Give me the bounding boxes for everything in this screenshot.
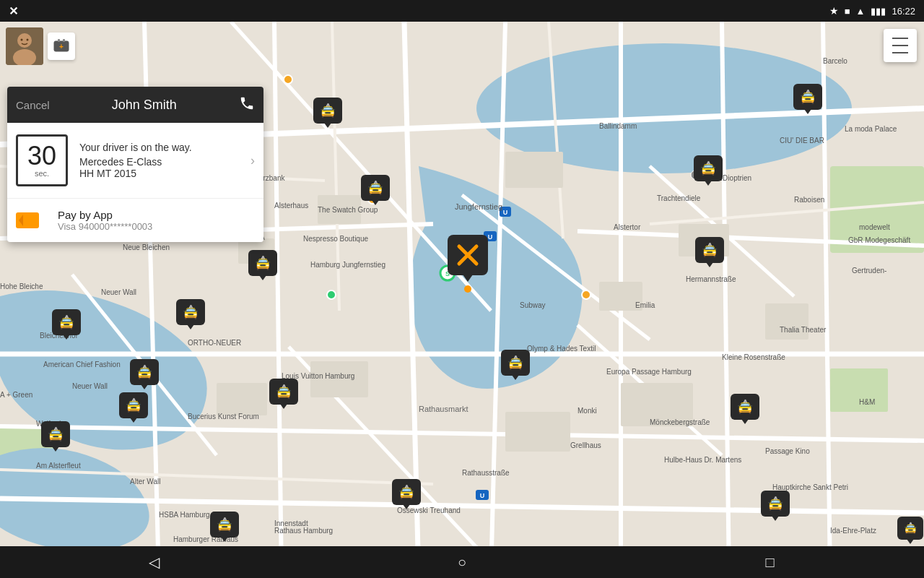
svg-text:Jungfernstieg: Jungfernstieg xyxy=(455,202,502,211)
svg-point-47 xyxy=(582,290,590,299)
taxi-marker[interactable]: 🚖 xyxy=(210,512,239,538)
svg-text:Subway: Subway xyxy=(520,301,546,309)
home-button[interactable]: ○ xyxy=(446,546,478,578)
taxi-marker[interactable]: 🚖 xyxy=(392,479,421,505)
svg-text:A + Green: A + Green xyxy=(0,391,32,399)
svg-text:Ballindamm: Ballindamm xyxy=(599,122,637,130)
svg-point-44 xyxy=(284,75,292,84)
svg-text:Olymp & Hades Textil: Olymp & Hades Textil xyxy=(527,345,596,353)
svg-text:Hulbe-Haus Dr. Martens: Hulbe-Haus Dr. Martens xyxy=(664,456,741,464)
svg-text:Monki: Monki xyxy=(578,407,597,415)
svg-text:Alter Wall: Alter Wall xyxy=(130,478,160,486)
taxi-marker[interactable]: 🚖 xyxy=(695,237,724,263)
taxi-marker[interactable]: 🚖 xyxy=(897,517,923,540)
svg-text:Neuer Wall: Neuer Wall xyxy=(101,288,136,296)
svg-text:Hohe Bleiche: Hohe Bleiche xyxy=(0,282,43,290)
profile-picture[interactable] xyxy=(6,27,43,65)
svg-text:Alstertor: Alstertor xyxy=(614,223,641,231)
svg-text:Passage Kino: Passage Kino xyxy=(765,447,810,455)
car-model: Mercedes E-Class xyxy=(79,156,245,168)
bluetooth-icon: ★ xyxy=(829,5,839,17)
svg-text:modewelt: modewelt xyxy=(859,223,890,231)
driver-name: John Smith xyxy=(50,98,239,113)
back-button[interactable]: ◁ xyxy=(138,546,170,578)
driver-info-section: 30 sec. Your driver is on the way. Merce… xyxy=(7,123,263,199)
svg-text:Ida-Ehre-Platz: Ida-Ehre-Platz xyxy=(830,527,876,535)
svg-text:Hermannstraße: Hermannstraße xyxy=(686,275,736,283)
svg-text:Am Alsterfleut: Am Alsterfleut xyxy=(36,462,81,470)
svg-text:Kleine Rosenstraße: Kleine Rosenstraße xyxy=(722,353,785,361)
svg-text:Emilia: Emilia xyxy=(635,301,655,309)
taxi-marker[interactable]: 🚖 xyxy=(176,299,205,325)
svg-text:Raboisen: Raboisen xyxy=(794,196,824,204)
taxi-marker[interactable]: 🚖 xyxy=(361,175,390,201)
svg-rect-40 xyxy=(217,383,267,415)
svg-text:Neue Bleichen: Neue Bleichen xyxy=(123,243,170,251)
svg-text:Rathausmarkt: Rathausmarkt xyxy=(419,405,468,413)
svg-text:La moda Palace: La moda Palace xyxy=(845,125,897,133)
svg-text:American Chief Fashion: American Chief Fashion xyxy=(43,361,121,368)
svg-text:Thalia Theater: Thalia Theater xyxy=(780,326,827,334)
svg-rect-116 xyxy=(63,39,65,42)
svg-point-113 xyxy=(27,39,29,41)
svg-text:Grellhaus: Grellhaus xyxy=(570,441,601,449)
taxi-marker[interactable]: 🚖 xyxy=(119,392,148,418)
taxi-marker[interactable]: 🚖 xyxy=(41,421,70,447)
payment-section[interactable]: Pay by App Visa 940000******0003 xyxy=(7,199,263,242)
taxi-marker[interactable]: 🚖 xyxy=(248,250,277,276)
svg-rect-35 xyxy=(505,152,563,188)
taxi-marker[interactable]: 🚖 xyxy=(501,350,530,376)
signal-icon: ■ xyxy=(845,6,850,17)
payment-method: Pay by App xyxy=(58,209,152,221)
current-location-marker xyxy=(448,235,488,293)
svg-text:Rathausstraße: Rathausstraße xyxy=(462,469,510,477)
svg-text:+: + xyxy=(59,43,64,51)
cancel-button[interactable]: Cancel xyxy=(16,99,50,111)
taxi-marker[interactable]: 🚖 xyxy=(694,155,723,181)
phone-button[interactable] xyxy=(239,95,255,115)
taxi-marker[interactable]: 🚖 xyxy=(130,359,159,385)
taxi-marker[interactable]: 🚖 xyxy=(269,379,298,405)
svg-text:Neuer Wall: Neuer Wall xyxy=(72,382,108,390)
svg-rect-41 xyxy=(505,412,570,452)
add-ride-button[interactable]: + xyxy=(48,33,75,60)
taxi-marker[interactable]: 🚖 xyxy=(52,309,81,335)
svg-rect-38 xyxy=(765,303,808,340)
android-nav-bar: ◁ ○ □ xyxy=(0,546,924,578)
taxi-marker[interactable]: 🚖 xyxy=(731,394,759,420)
wifi-icon: ▲ xyxy=(856,6,866,17)
taxi-marker[interactable]: 🚖 xyxy=(761,491,790,517)
svg-point-112 xyxy=(21,39,23,41)
svg-text:U: U xyxy=(503,209,508,216)
svg-text:Bucerius Kunst Forum: Bucerius Kunst Forum xyxy=(188,413,259,420)
svg-text:Trachtendiele: Trachtendiele xyxy=(657,194,701,202)
payment-card: Visa 940000******0003 xyxy=(58,221,152,232)
svg-text:Rathaus Hamburg: Rathaus Hamburg xyxy=(274,527,333,535)
svg-text:U: U xyxy=(488,233,493,241)
panel-header: Cancel John Smith xyxy=(7,87,263,123)
taxi-marker[interactable]: 🚖 xyxy=(793,84,822,110)
svg-text:ORTHO-NEUER: ORTHO-NEUER xyxy=(188,339,241,347)
details-arrow[interactable]: › xyxy=(250,153,255,168)
time-display: 16:22 xyxy=(892,6,915,17)
svg-text:Alsterhaus: Alsterhaus xyxy=(274,202,308,210)
svg-text:Mönckebergstraße: Mönckebergstraße xyxy=(650,418,710,426)
driver-details: Your driver is on the way. Mercedes E-Cl… xyxy=(79,142,245,179)
status-bar: ✕ ★ ■ ▲ ▮▮▮ 16:22 xyxy=(0,0,924,22)
battery-icon: ▮▮▮ xyxy=(871,6,886,17)
svg-text:H&M: H&M xyxy=(859,398,875,406)
svg-text:Barcelo: Barcelo xyxy=(823,57,847,65)
taxi-marker[interactable]: 🚖 xyxy=(313,98,342,124)
svg-text:Innenstadt: Innenstadt xyxy=(274,519,308,527)
recent-apps-button[interactable]: □ xyxy=(754,546,786,578)
map-container: S U Rathausmarkt Jungfernstieg Subway Al… xyxy=(0,22,924,578)
svg-text:Europa Passage Hamburg: Europa Passage Hamburg xyxy=(606,368,692,376)
svg-text:U: U xyxy=(480,492,485,499)
car-plate: HH MT 2015 xyxy=(79,168,245,179)
svg-text:Gertruden-: Gertruden- xyxy=(852,267,886,275)
menu-button[interactable] xyxy=(884,29,917,62)
svg-text:Hamburg Jungfernstieg: Hamburg Jungfernstieg xyxy=(310,261,385,269)
payment-info: Pay by App Visa 940000******0003 xyxy=(58,209,152,232)
svg-rect-115 xyxy=(58,39,60,42)
countdown-timer: 30 sec. xyxy=(16,134,68,186)
